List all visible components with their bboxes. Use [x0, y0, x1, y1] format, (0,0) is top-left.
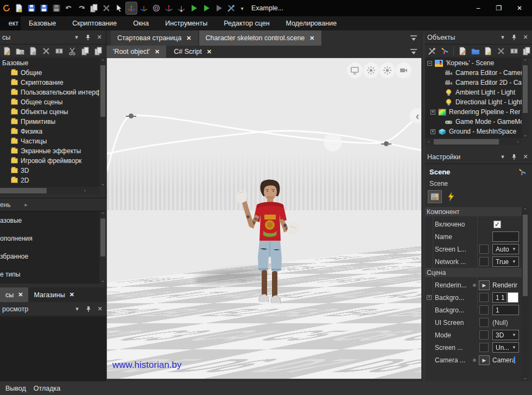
category-item[interactable]: е типы — [0, 265, 99, 283]
panel-menu-icon[interactable]: ▾ — [74, 306, 80, 312]
scroll-down-icon[interactable]: ⌄ — [99, 277, 106, 284]
play-icon[interactable] — [188, 2, 199, 14]
events-tab-icon[interactable] — [445, 191, 458, 203]
menu-project[interactable]: ект — [0, 16, 21, 30]
camera-view-button[interactable] — [396, 62, 411, 78]
pin-icon[interactable] — [511, 154, 517, 160]
close-tab-icon[interactable]: ✕ — [207, 48, 212, 55]
close-button[interactable]: ✕ — [514, 3, 525, 13]
new-object-icon[interactable] — [483, 46, 493, 57]
default-flag-box[interactable] — [479, 343, 489, 352]
group-header-scene[interactable]: Сцена — [425, 268, 522, 277]
copy-icon[interactable] — [80, 46, 91, 57]
tree-item[interactable]: Частицы — [0, 136, 99, 146]
new-resource-icon[interactable] — [14, 2, 24, 14]
tree-item-rendering-pipeline[interactable]: + Rendering Pipeline - Rer — [425, 107, 522, 117]
duplicate-icon[interactable] — [88, 2, 99, 14]
objects-tree-hscrollbar[interactable]: ‹ › — [425, 138, 522, 146]
duplicate-object-icon[interactable] — [521, 46, 532, 57]
move-tool-icon[interactable] — [126, 2, 137, 14]
tab-list-icon[interactable] — [410, 48, 417, 57]
screen-dropdown[interactable]: Un...▼ — [492, 342, 519, 353]
tree-item[interactable]: Игровой фреймворк — [0, 156, 99, 166]
rename-object-icon[interactable] — [509, 46, 520, 57]
tab-scene[interactable]: Character skeleton control.scene✕ — [199, 30, 321, 46]
enabled-checkbox[interactable]: ✓ — [493, 221, 501, 228]
redo-icon[interactable] — [76, 2, 87, 14]
tab-stores[interactable]: Магазины✕ — [28, 287, 79, 302]
close-tab-icon[interactable]: ✕ — [186, 35, 191, 42]
categories-scrollbar[interactable]: ⌃ ⌄ — [99, 211, 106, 284]
objects-tree-scrollbar[interactable]: ⌃ ⌄ — [522, 58, 529, 138]
expand-icon[interactable]: + — [430, 129, 435, 134]
scroll-down-icon[interactable]: ⌄ — [522, 131, 529, 138]
panel-menu-icon[interactable]: ▾ — [499, 154, 506, 160]
mode-dropdown[interactable]: 3D▼ — [492, 330, 519, 340]
tree-item[interactable]: Общее сцены — [0, 97, 99, 107]
expand-icon[interactable]: + — [427, 295, 432, 300]
sun-light-button[interactable] — [363, 62, 379, 78]
background-color-value[interactable]: 1 1 — [492, 292, 507, 303]
close-icon[interactable]: ✕ — [97, 306, 103, 312]
scroll-right-icon[interactable]: › — [514, 138, 522, 146]
screen-label-dropdown[interactable]: Auto▼ — [492, 244, 519, 254]
tools-icon[interactable] — [226, 2, 237, 14]
translate-tool-icon[interactable] — [138, 2, 149, 14]
close-tab-icon[interactable]: ✕ — [69, 291, 74, 298]
tree-item-ground[interactable]: + Ground - MeshInSpace — [425, 127, 522, 136]
close-icon[interactable]: ✕ — [522, 154, 529, 160]
close-icon[interactable]: ✕ — [96, 34, 103, 41]
tools-icon[interactable] — [427, 46, 438, 57]
select-cursor-icon[interactable] — [113, 2, 124, 14]
collapse-icon[interactable]: − — [427, 61, 432, 66]
resources-tree-scrollbar[interactable]: ⌃ ⌄ — [99, 58, 106, 187]
default-flag-box[interactable] — [479, 257, 489, 266]
background-intensity-input[interactable]: 1 — [492, 305, 519, 315]
tree-item[interactable]: Физика — [0, 127, 99, 136]
sync-icon[interactable] — [1, 2, 12, 14]
pin-icon[interactable] — [85, 34, 91, 41]
tab-root-object[interactable]: 'Root object'✕ — [106, 46, 166, 58]
tab-debug[interactable]: Отладка — [34, 385, 60, 392]
save-disabled-icon[interactable] — [51, 2, 62, 14]
panel-menu-icon[interactable]: ▾ — [499, 34, 506, 41]
tree-item[interactable]: Примитивы — [0, 117, 99, 127]
tree-item[interactable]: Скриптование — [0, 78, 99, 87]
delete-icon[interactable] — [101, 2, 112, 14]
transform-colored-icon[interactable] — [440, 46, 451, 57]
pin-icon[interactable] — [511, 34, 517, 41]
scene-viewport[interactable]: A4A5A6A7A8A1A2A3A4A5A6A7A8A1A2A3A4A5A6A7… — [106, 58, 422, 379]
menu-windows[interactable]: Окна — [125, 16, 157, 30]
transform-tool-icon[interactable] — [176, 2, 187, 14]
watermark-link[interactable]: www.historian.by — [112, 360, 182, 371]
tree-item-directional-light[interactable]: Directional Light - Light — [425, 97, 522, 107]
panel-menu-icon[interactable]: ▾ — [73, 34, 80, 41]
default-flag-box[interactable] — [479, 330, 489, 340]
reference-expand-button[interactable]: ▶ — [479, 280, 490, 290]
network-dropdown[interactable]: True▼ — [492, 256, 519, 267]
default-flag-box[interactable] — [479, 244, 489, 254]
tab-list-icon[interactable] — [410, 35, 417, 43]
path-point-handle[interactable] — [324, 133, 342, 152]
menu-scripting[interactable]: Скриптование — [64, 16, 125, 30]
scroll-up-icon[interactable]: ⌃ — [522, 207, 529, 214]
tree-item[interactable]: 3D — [0, 166, 99, 175]
menu-basic[interactable]: Базовые — [21, 16, 64, 30]
category-item[interactable]: ополнения — [0, 229, 99, 247]
scale-tool-icon[interactable] — [163, 2, 174, 14]
new-folder-icon[interactable] — [15, 46, 26, 57]
save-icon[interactable] — [26, 2, 37, 14]
tree-item[interactable]: Общие — [0, 68, 99, 78]
new-file-icon[interactable] — [28, 46, 39, 57]
tree-item-camera[interactable]: Camera Editor - Camera — [425, 68, 522, 78]
scroll-right-icon[interactable]: › — [81, 187, 88, 195]
resources-tree-hscrollbar[interactable]: › — [0, 187, 99, 195]
save-all-icon[interactable] — [39, 2, 49, 14]
path-end-arrow-icon[interactable]: ‹ — [410, 108, 422, 123]
path-handle-icon[interactable] — [384, 141, 389, 146]
toolbar-overflow-icon[interactable]: ▾ — [238, 5, 246, 11]
menu-tools[interactable]: Инструменты — [157, 16, 216, 30]
menu-scene-editor[interactable]: Редактор сцен — [216, 16, 277, 30]
play-second-icon[interactable] — [201, 2, 212, 14]
breadcrumb[interactable]: ень ▸ — [0, 198, 106, 211]
